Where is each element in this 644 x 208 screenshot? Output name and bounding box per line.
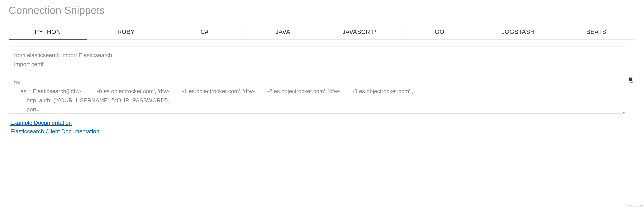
copy-button[interactable] — [627, 77, 635, 83]
tab-python[interactable]: PYTHON — [9, 25, 87, 40]
elasticsearch-client-documentation-link[interactable]: Elasticsearch Client Documentation — [10, 127, 635, 136]
svg-rect-1 — [629, 78, 632, 81]
tabs-bar: PYTHON RUBY C# JAVA JAVASCRIPT GO LOGSTA… — [9, 25, 635, 40]
copy-icon — [628, 77, 634, 83]
tab-logstash[interactable]: LOGSTASH — [479, 25, 557, 40]
page-title: Connection Snippets — [9, 4, 635, 16]
documentation-links: Example Documentation Elasticsearch Clie… — [9, 119, 635, 136]
tab-javascript[interactable]: JAVASCRIPT — [322, 25, 400, 40]
tab-ruby[interactable]: RUBY — [87, 25, 165, 40]
snippet-area: from elasticsearch import Elasticsearch … — [9, 46, 635, 114]
tab-go[interactable]: GO — [400, 25, 479, 40]
example-documentation-link[interactable]: Example Documentation — [10, 119, 635, 127]
code-snippet[interactable]: from elasticsearch import Elasticsearch … — [9, 46, 625, 114]
tab-beats[interactable]: BEATS — [557, 25, 635, 40]
tab-java[interactable]: JAVA — [244, 25, 322, 40]
tab-csharp[interactable]: C# — [165, 25, 244, 40]
